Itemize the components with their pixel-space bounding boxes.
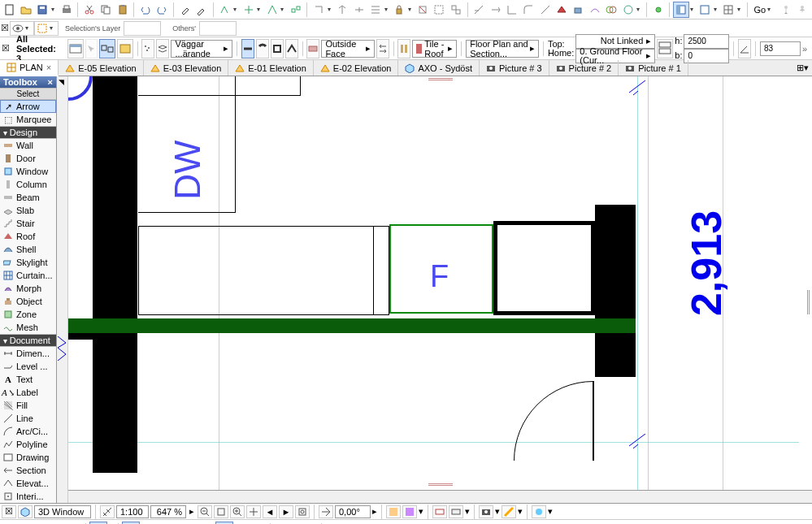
angle-icon[interactable] xyxy=(738,39,751,58)
tab-axo[interactable]: AXO - Sydöst xyxy=(398,60,480,76)
tab-pic3[interactable]: Picture # 3 xyxy=(480,60,549,76)
bt-snap-element[interactable] xyxy=(89,522,107,525)
refline-icon[interactable] xyxy=(306,39,319,58)
tool-zone[interactable]: Zone xyxy=(0,308,56,321)
tool-polyline[interactable]: Polyline xyxy=(0,438,56,451)
tool-roof[interactable]: Roof xyxy=(0,230,56,243)
tool-line[interactable]: Line xyxy=(0,412,56,425)
tab-plan-close[interactable]: × xyxy=(46,63,51,72)
lock-dropdown[interactable]: ▾ xyxy=(408,6,415,13)
explode-button[interactable] xyxy=(448,2,463,18)
shell-tool-button[interactable] xyxy=(571,2,586,18)
bt-nudge-a[interactable] xyxy=(325,522,343,525)
floorplan-combo[interactable]: Floor Plan and Section...▸ xyxy=(466,40,539,58)
refline-combo[interactable]: Outside Face▸ xyxy=(321,40,374,58)
tool-level[interactable]: Level ... xyxy=(0,360,56,373)
paste-button[interactable] xyxy=(115,2,130,18)
tool-wall[interactable]: Wall xyxy=(0,139,56,152)
lock-button[interactable] xyxy=(391,2,406,18)
flip-button[interactable] xyxy=(376,39,389,58)
layout-button[interactable] xyxy=(720,2,736,18)
rotate-mode-button[interactable] xyxy=(241,2,256,18)
rotate-dropdown[interactable]: ▾ xyxy=(257,6,263,13)
bt-snap-guide[interactable] xyxy=(122,522,140,525)
orientation-value[interactable]: 0,00° xyxy=(335,505,371,518)
copy-button[interactable] xyxy=(98,2,114,18)
layout-dropdown[interactable]: ▾ xyxy=(737,6,744,13)
solid-ops-button[interactable] xyxy=(603,2,619,18)
sb-zoomin[interactable] xyxy=(230,505,245,518)
structure-icon[interactable] xyxy=(397,39,410,58)
wall-mode-d[interactable] xyxy=(285,39,298,58)
ib-spray-button[interactable] xyxy=(141,39,154,58)
sb-3d-icon[interactable] xyxy=(18,505,33,518)
mirror-button[interactable] xyxy=(264,2,280,18)
bt-grid[interactable] xyxy=(12,522,30,525)
syringe-button[interactable] xyxy=(177,2,193,18)
merge-dropdown[interactable]: ▾ xyxy=(636,6,643,13)
tab-pic2[interactable]: Picture # 2 xyxy=(549,60,619,76)
ib-filter-button[interactable] xyxy=(117,39,133,58)
intersect-button[interactable] xyxy=(504,2,519,18)
adjust-dropdown[interactable]: ▾ xyxy=(384,6,391,13)
bt-snap-b[interactable] xyxy=(159,522,177,525)
toolbox-design-header[interactable]: ▾ Design xyxy=(0,126,56,139)
walk-button[interactable] xyxy=(778,2,793,18)
3d-window-combo[interactable]: 3D Window xyxy=(34,505,91,518)
horizontal-scrollbar[interactable] xyxy=(68,490,812,503)
edit-group-button[interactable] xyxy=(432,2,447,18)
height-input[interactable] xyxy=(684,34,729,49)
ib-multiply-button[interactable] xyxy=(99,39,115,58)
trim-button[interactable] xyxy=(471,2,486,18)
tab-e03[interactable]: E-03 Elevation xyxy=(144,60,229,76)
base-input[interactable] xyxy=(684,49,729,63)
infobar-close-icon[interactable]: ☒ xyxy=(2,43,10,54)
toolbox-document-header[interactable]: ▾ Document xyxy=(0,334,56,347)
tool-label[interactable]: A↘Label xyxy=(0,386,56,399)
sb-camera[interactable] xyxy=(479,505,493,518)
story-icon[interactable] xyxy=(657,39,673,58)
tool-fill[interactable]: Fill xyxy=(0,399,56,412)
gutter-arrow-icon[interactable]: ◥ xyxy=(59,78,64,86)
angle-input[interactable] xyxy=(760,41,801,56)
right-grabber[interactable] xyxy=(807,290,810,314)
chamfer-button[interactable] xyxy=(537,2,553,18)
infobar-more-icon[interactable]: » xyxy=(802,44,807,54)
tool-section[interactable]: Section xyxy=(0,464,56,477)
print-button[interactable] xyxy=(59,2,74,18)
sb-display-b[interactable] xyxy=(402,505,417,518)
eyedropper-button[interactable] xyxy=(193,2,209,18)
tool-column[interactable]: Column xyxy=(0,178,56,191)
sb-home[interactable] xyxy=(295,505,310,518)
drag-dropdown[interactable]: ▾ xyxy=(233,6,240,13)
bt-cur-a[interactable] xyxy=(274,522,292,525)
split-button[interactable] xyxy=(351,2,367,18)
redo-button[interactable] xyxy=(154,2,170,18)
sb-trace-a[interactable] xyxy=(432,505,447,518)
zoom-value[interactable]: 647 % xyxy=(150,505,186,518)
suspend-button[interactable] xyxy=(415,2,430,18)
sb-fit[interactable] xyxy=(214,505,228,518)
fly-button[interactable] xyxy=(795,2,810,18)
bt-snap-a[interactable] xyxy=(141,522,158,525)
save-button[interactable] xyxy=(35,2,50,18)
offset-button[interactable] xyxy=(310,2,326,18)
drag-mode-button[interactable] xyxy=(217,2,232,18)
tool-marquee[interactable]: ⬚Marquee xyxy=(0,113,56,126)
sb-scale-icon[interactable] xyxy=(100,505,115,518)
adjust-button[interactable] xyxy=(367,2,383,18)
selection-icon[interactable] xyxy=(37,23,48,34)
sb-next[interactable]: ► xyxy=(279,505,293,518)
bt-nudge-c[interactable] xyxy=(377,522,395,525)
sb-prev[interactable]: ◄ xyxy=(263,505,277,518)
save-dropdown[interactable]: ▾ xyxy=(51,6,58,13)
navigator-button[interactable] xyxy=(673,2,688,18)
mirror-dropdown[interactable]: ▾ xyxy=(280,6,287,13)
undo-button[interactable] xyxy=(137,2,153,18)
go-button[interactable]: Go▾ xyxy=(751,5,778,15)
bt-cur-b[interactable] xyxy=(293,522,310,525)
resize-button[interactable] xyxy=(334,2,350,18)
open-file-button[interactable] xyxy=(18,2,33,18)
tab-e05[interactable]: E-05 Elevation xyxy=(59,60,144,76)
bt-snap-d[interactable] xyxy=(197,522,215,525)
